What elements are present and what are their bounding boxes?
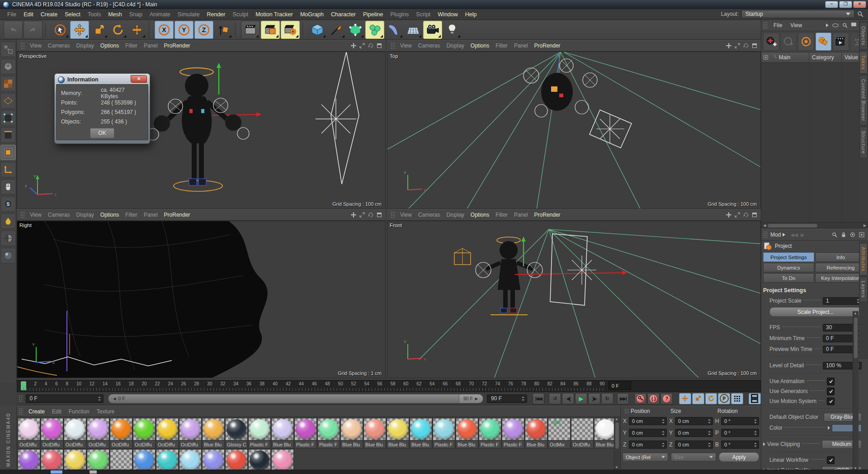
auto-take-icon[interactable] [781, 33, 797, 51]
new-take-icon[interactable] [763, 33, 779, 51]
dialog-close-button[interactable]: ✕ [131, 75, 147, 83]
drag-handle-icon[interactable] [391, 42, 395, 49]
viewport-menu-item[interactable]: View [27, 43, 45, 49]
orbit-view-icon[interactable] [743, 43, 749, 48]
zoom-view-icon[interactable] [735, 212, 740, 218]
go-to-start-button[interactable]: |◀◀ [533, 393, 545, 404]
menu-item[interactable]: Animate [146, 11, 174, 18]
mograph-icon[interactable] [365, 21, 384, 39]
texture-mode-icon[interactable] [0, 76, 16, 91]
size-y-field[interactable]: 0 cm [675, 429, 713, 437]
color-expander-icon[interactable] [828, 426, 830, 430]
spinner-icon[interactable] [661, 430, 665, 436]
scale-project-button[interactable]: Scale Project... [769, 307, 862, 317]
material-tile[interactable]: Blue Blu [410, 418, 432, 449]
deformer-icon[interactable] [385, 21, 403, 38]
spinner-icon[interactable] [754, 430, 757, 436]
material-tile[interactable]: Plastic F [294, 418, 317, 449]
current-frame-field[interactable]: 0 F [609, 381, 631, 390]
parameter-key-button[interactable]: P [718, 393, 730, 404]
ok-button[interactable]: OK [90, 128, 114, 138]
drag-handle-icon[interactable] [19, 408, 23, 415]
menu-item[interactable]: Script [412, 11, 434, 18]
menu-item[interactable]: Sculpt [229, 11, 252, 18]
scrollbar-thumb[interactable] [768, 224, 817, 228]
material-tile[interactable] [64, 449, 86, 470]
subdivision-surface-icon[interactable] [346, 21, 364, 38]
viewport-menu-item[interactable]: Cameras [45, 212, 73, 218]
project-scale-field[interactable]: 1 [823, 297, 862, 305]
undo-icon[interactable] [4, 21, 23, 39]
take-menu-item[interactable]: File [769, 22, 786, 28]
menu-item[interactable]: Character [327, 11, 359, 18]
search-icon[interactable] [857, 11, 863, 17]
material-tile[interactable]: Plastic F [502, 418, 524, 449]
material-scrollbar[interactable]: ▲ ▼ [614, 417, 620, 469]
scale-tool-icon[interactable] [90, 21, 108, 38]
material-tile[interactable]: Blue Blu [594, 418, 617, 449]
viewport-menu-item[interactable]: Cameras [415, 212, 443, 218]
position-z-field[interactable]: 0 cm [629, 441, 667, 449]
material-tile[interactable]: OctDiffu [179, 418, 202, 449]
viewport-menu-item[interactable]: View [27, 212, 45, 218]
size-z-field[interactable]: 0 cm [675, 441, 713, 449]
menu-item[interactable]: MoGraph [297, 11, 327, 18]
drag-handle-icon[interactable] [624, 408, 629, 414]
use-animation-checkbox[interactable] [827, 378, 835, 385]
material-tile[interactable] [87, 449, 109, 470]
menu-item[interactable]: Snap [126, 11, 146, 18]
material-tile[interactable]: OctDiffu [41, 418, 63, 449]
material-menu-item[interactable]: Create [25, 408, 48, 415]
spline-pen-icon[interactable] [327, 21, 345, 38]
ellipse-icon[interactable] [832, 24, 839, 27]
material-tile[interactable] [41, 449, 63, 470]
dock-tab[interactable]: Structure [859, 127, 868, 158]
material-tile[interactable]: OctDiffu [18, 418, 40, 449]
spinner-icon[interactable] [708, 442, 711, 448]
material-tile[interactable]: Blue Blu [387, 418, 409, 449]
scale-key-button[interactable] [692, 393, 704, 404]
material-tile[interactable]: MIX OctMix [548, 418, 571, 449]
keying-question-button[interactable]: ? [660, 393, 673, 404]
material-tile[interactable] [133, 449, 156, 470]
target-icon[interactable] [850, 232, 855, 237]
take-horizontal-scrollbar[interactable]: ◀ ▶ [761, 222, 868, 229]
material-tile[interactable]: OctDiffu [156, 418, 179, 449]
preview-range-slider[interactable]: ◄ 0 F 90 F ► [108, 394, 483, 403]
minimize-button[interactable]: – [825, 1, 838, 8]
viewport-menu-item[interactable]: Cameras [45, 43, 73, 49]
uv-checker-icon[interactable] [0, 231, 16, 246]
search-icon[interactable] [842, 23, 848, 28]
render-settings-icon[interactable] [281, 21, 300, 39]
drag-handle-icon[interactable] [20, 42, 25, 49]
dock-tab[interactable]: Content Browser [859, 75, 868, 125]
viewport-menu-item[interactable]: ProRender [161, 43, 193, 49]
timeline-ruler[interactable]: 0246810121416182022242628303234363840424… [17, 380, 761, 392]
dock-tab[interactable]: Objects [859, 22, 868, 50]
viewport-menu-item[interactable]: Display [73, 212, 97, 218]
title-bar[interactable]: CINEMA 4D R19.024 Studio (RC - R19) - [C… [0, 0, 868, 9]
viewport-menu-item[interactable]: Display [443, 43, 467, 49]
scroll-left-icon[interactable]: ◀ [761, 223, 768, 228]
material-tile[interactable]: Plastic F [317, 418, 340, 449]
viewport-menu-item[interactable]: Display [443, 212, 467, 218]
drag-handle-icon[interactable] [763, 22, 768, 29]
edges-mode-icon[interactable] [0, 128, 16, 143]
menu-item[interactable]: File [4, 11, 20, 18]
override-groups-icon[interactable] [816, 33, 832, 51]
scroll-right-icon[interactable]: ▶ [862, 223, 868, 228]
column-header-category[interactable]: Category [809, 52, 842, 62]
column-header-main[interactable]: └Main [770, 52, 809, 62]
axis-mode-icon[interactable] [0, 162, 16, 177]
zoom-view-icon[interactable] [359, 43, 365, 48]
viewport-menu-item[interactable]: Panel [141, 43, 161, 49]
drag-handle-icon[interactable] [391, 211, 395, 218]
material-tile[interactable] [18, 449, 40, 470]
rotation-p-field[interactable]: 0 ° [721, 429, 759, 437]
render-marked-takes-icon[interactable] [833, 33, 849, 51]
orbit-view-icon[interactable] [368, 212, 373, 218]
spinner-icon[interactable] [521, 396, 525, 402]
viewport-menu-item[interactable]: Filter [122, 212, 141, 218]
viewport-menu-item[interactable]: Filter [492, 212, 511, 218]
rotation-key-button[interactable] [705, 393, 717, 404]
